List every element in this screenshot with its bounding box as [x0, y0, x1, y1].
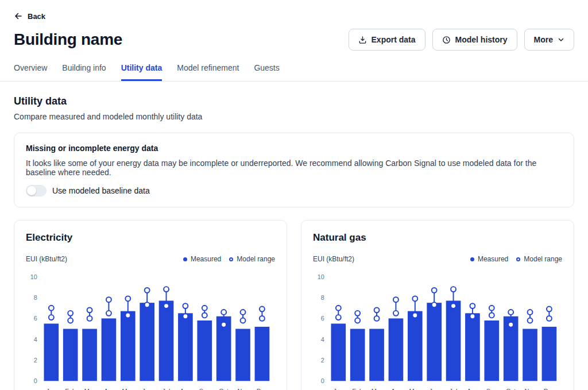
tab-model-refinement[interactable]: Model refinement — [177, 63, 239, 81]
svg-text:2: 2 — [34, 357, 37, 364]
svg-text:Jun: Jun — [429, 388, 439, 390]
svg-text:Dec: Dec — [257, 388, 268, 390]
header-actions: Export data Model history More — [349, 29, 574, 51]
page: Back Building name Export data — [0, 0, 588, 390]
legend-measured-label: Measured — [191, 255, 221, 263]
svg-text:4: 4 — [321, 336, 324, 343]
svg-text:Feb: Feb — [352, 388, 363, 390]
electricity-chart-card: Electricity EUI (kBtu/ft2) Measured Mode… — [14, 220, 287, 390]
svg-text:Mar: Mar — [372, 388, 382, 390]
electricity-y-axis-label: EUI (kBtu/ft2) — [26, 255, 67, 263]
export-data-label: Export data — [372, 35, 416, 44]
natural-gas-chart-meta: EUI (kBtu/ft2) Measured Model range — [313, 255, 562, 263]
svg-text:Apr: Apr — [104, 388, 114, 390]
legend-model-range: Model range — [229, 255, 275, 263]
svg-text:Nov: Nov — [237, 388, 249, 390]
title-row: Building name Export data — [14, 29, 574, 51]
alert-toggle-row: Use modeled baseline data — [26, 185, 562, 196]
svg-text:Oct: Oct — [219, 388, 229, 390]
use-modeled-baseline-toggle[interactable] — [26, 185, 47, 196]
measured-dot-icon — [470, 257, 474, 261]
svg-text:Oct: Oct — [506, 388, 516, 390]
natural-gas-chart-card: Natural gas EUI (kBtu/ft2) Measured Mode… — [301, 220, 574, 390]
toggle-label: Use modeled baseline data — [52, 186, 150, 195]
svg-text:Dec: Dec — [544, 388, 555, 390]
tab-utility-data[interactable]: Utility data — [121, 63, 163, 81]
legend-measured-label: Measured — [478, 255, 508, 263]
svg-text:Jan: Jan — [47, 388, 56, 390]
svg-text:Mar: Mar — [84, 388, 95, 390]
chevron-down-icon — [558, 36, 564, 43]
legend-model-range: Model range — [516, 255, 562, 263]
section-title: Utility data — [14, 95, 574, 107]
svg-text:Apr: Apr — [391, 388, 401, 390]
svg-text:0: 0 — [321, 377, 324, 384]
model-history-button[interactable]: Model history — [432, 29, 517, 51]
measured-dot-icon — [183, 257, 187, 261]
svg-text:Sep: Sep — [199, 388, 210, 390]
legend-model-range-label: Model range — [524, 255, 562, 263]
legend-measured: Measured — [470, 255, 508, 263]
export-data-button[interactable]: Export data — [349, 29, 425, 51]
svg-text:Jan: Jan — [334, 388, 343, 390]
svg-text:Sep: Sep — [486, 388, 497, 390]
toggle-knob — [27, 186, 36, 195]
svg-text:May: May — [122, 388, 134, 390]
missing-data-alert: Missing or incomplete energy data It loo… — [14, 133, 574, 207]
svg-text:6: 6 — [34, 315, 37, 322]
back-link[interactable]: Back — [14, 0, 574, 21]
alert-title: Missing or incomplete energy data — [26, 144, 562, 153]
svg-text:10: 10 — [30, 273, 37, 280]
svg-text:0: 0 — [34, 377, 37, 384]
alert-body: It looks like some of your energy data m… — [26, 159, 562, 177]
electricity-chart-meta: EUI (kBtu/ft2) Measured Model range — [26, 255, 275, 263]
svg-text:Jul: Jul — [163, 388, 171, 390]
svg-text:8: 8 — [321, 294, 324, 301]
page-title: Building name — [14, 30, 122, 49]
svg-text:2: 2 — [321, 357, 324, 364]
natural-gas-chart-plot: 0246810JanFebMarAprMayJunJulAugSepOctNov… — [313, 268, 562, 390]
download-icon — [358, 36, 367, 44]
svg-text:Jul: Jul — [450, 388, 458, 390]
model-range-dot-icon — [516, 257, 520, 261]
back-label: Back — [28, 12, 45, 21]
svg-text:May: May — [409, 388, 421, 390]
legend-model-range-label: Model range — [237, 255, 275, 263]
tab-building-info[interactable]: Building info — [62, 63, 106, 81]
natural-gas-legend: Measured Model range — [470, 255, 562, 263]
natural-gas-y-axis-label: EUI (kBtu/ft2) — [313, 255, 354, 263]
clock-icon — [442, 36, 451, 44]
tab-overview[interactable]: Overview — [14, 63, 47, 81]
svg-text:Jun: Jun — [142, 388, 152, 390]
svg-text:8: 8 — [34, 294, 37, 301]
electricity-chart-plot: 0246810JanFebMarAprMayJunJulAugSepOctNov… — [26, 268, 275, 390]
svg-text:4: 4 — [34, 336, 37, 343]
svg-text:10: 10 — [318, 273, 324, 280]
back-arrow-icon — [14, 11, 23, 21]
electricity-chart-title: Electricity — [26, 232, 275, 244]
legend-measured: Measured — [183, 255, 221, 263]
electricity-legend: Measured Model range — [183, 255, 275, 263]
natural-gas-chart-title: Natural gas — [313, 232, 562, 244]
more-button[interactable]: More — [524, 29, 574, 51]
tabs-divider — [0, 81, 588, 82]
section-head: Utility data Compare measured and modele… — [14, 95, 574, 121]
svg-text:Aug: Aug — [180, 388, 191, 390]
svg-text:Feb: Feb — [65, 388, 76, 390]
svg-text:Nov: Nov — [524, 388, 536, 390]
tab-guests[interactable]: Guests — [254, 63, 279, 81]
model-range-dot-icon — [229, 257, 233, 261]
section-subtitle: Compare measured and modeled monthly uti… — [14, 112, 574, 121]
more-label: More — [534, 35, 553, 44]
charts-row: Electricity EUI (kBtu/ft2) Measured Mode… — [14, 220, 574, 390]
model-history-label: Model history — [455, 35, 508, 44]
svg-text:Aug: Aug — [467, 388, 478, 390]
svg-text:6: 6 — [321, 315, 324, 322]
tab-bar: Overview Building info Utility data Mode… — [14, 63, 574, 81]
